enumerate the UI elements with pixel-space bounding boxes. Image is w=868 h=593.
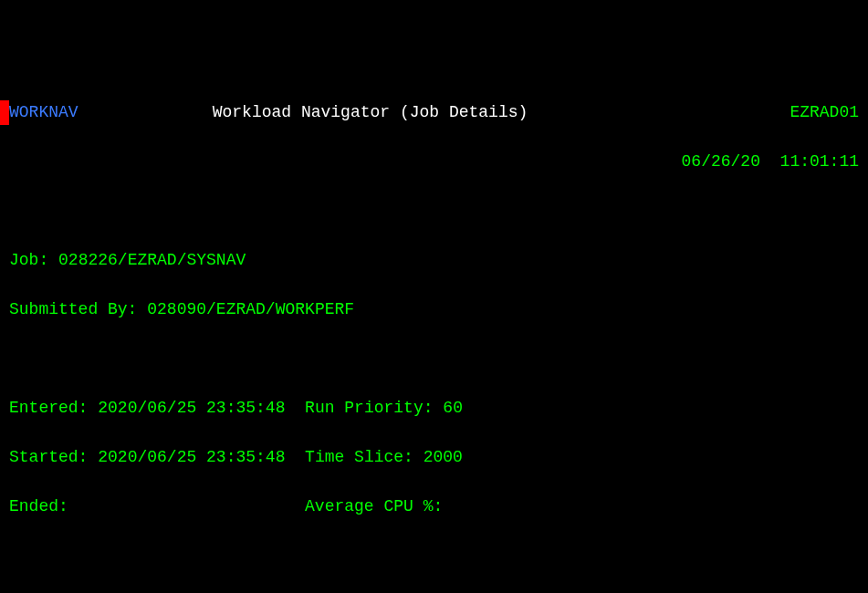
- screen-id: WORKNAV: [9, 103, 78, 121]
- submitted-by-value: 028090/EZRAD/WORKPERF: [147, 300, 354, 318]
- ended-label: Ended:: [9, 497, 68, 515]
- time-slice-value: 2000: [424, 448, 463, 466]
- time-slice-label: Time Slice:: [305, 448, 413, 466]
- job-label: Job:: [9, 251, 48, 269]
- started-value: 2020/06/25 23:35:48: [98, 448, 285, 466]
- cursor-indicator: [0, 100, 9, 125]
- system-name: EZRAD01: [658, 100, 868, 125]
- run-priority-label: Run Priority:: [305, 399, 433, 417]
- started-label: Started:: [9, 448, 88, 466]
- entered-label: Entered:: [9, 399, 88, 417]
- submitted-by-label: Submitted By:: [9, 300, 137, 318]
- entered-value: 2020/06/25 23:35:48: [98, 399, 285, 417]
- header-time: 11:01:11: [780, 152, 859, 171]
- avg-cpu-label: Average CPU %:: [305, 497, 443, 515]
- run-priority-value: 60: [443, 399, 463, 417]
- header-date: 06/26/20: [682, 152, 760, 171]
- job-value: 028226/EZRAD/SYSNAV: [58, 251, 246, 269]
- page-title: Workload Navigator (Job Details): [82, 100, 658, 125]
